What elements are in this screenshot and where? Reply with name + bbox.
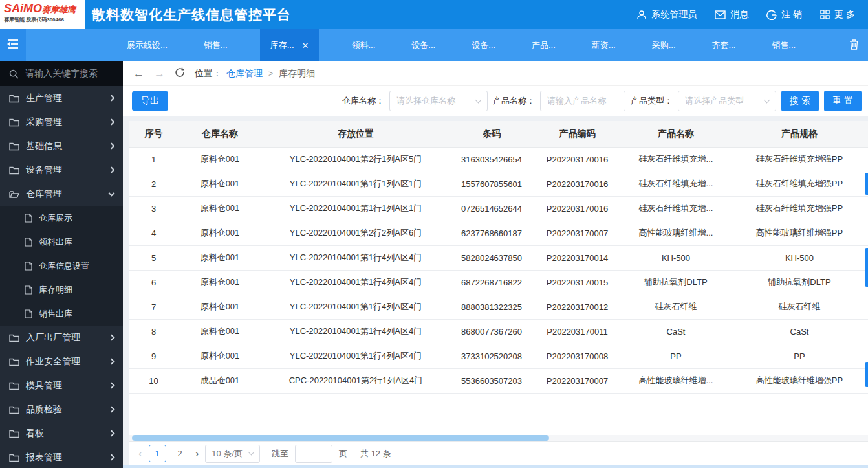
sidebar-subitem[interactable]: 仓库信息设置 [0,254,123,278]
table-cell: 9 [129,344,178,368]
table-cell: YLC-20220104001第1行4列A区4门 [262,295,450,319]
column-header: 仓库名称 [178,121,262,147]
filter-select[interactable]: 请选择仓库名称 [389,91,488,111]
top-header: SAiMO赛摩雄鹰 赛摩智能 股票代码300466 散料数智化生产线信息管控平台… [0,0,868,29]
tab-label: 领料... [351,39,375,51]
jump-page-input[interactable] [295,445,332,463]
horizontal-scrollbar[interactable] [129,435,868,441]
chevron-right-icon [109,143,115,150]
sidebar-item[interactable]: 看板 [0,421,123,445]
more-button[interactable]: 更 多 [820,9,855,21]
cutoff-action-button[interactable] [865,248,868,287]
table-row[interactable]: 1原料仓001YLC-20220104001第2行1列A区5门316303542… [129,147,868,172]
filter-toolbar: 导出 仓库名称：请选择仓库名称产品名称：请输入产品名称产品类型：请选择产品类型 … [123,86,868,116]
table-row[interactable]: 5原料仓001YLC-20220104001第1行4列A区4门582802463… [129,245,868,270]
folder-icon [9,333,19,342]
table-cell: 辅助抗氧剂DLTP [621,270,731,295]
forward-button[interactable]: → [154,68,165,79]
sidebar-item[interactable]: 报表管理 [0,445,123,468]
sidebar-subitem[interactable]: 销售出库 [0,302,123,326]
open-tabs: 展示线设...销售...库存...✕领料...设备...设备...产品...薪资… [26,29,799,61]
table-cell: YLC-20220104001第1行1列A区1门 [262,196,450,221]
page-size-select[interactable]: 10 条/页 [205,445,260,463]
table-cell: 5 [129,245,178,270]
sidebar-subitem[interactable]: 仓库展示 [0,206,123,230]
sidebar-item[interactable]: 入厂出厂管理 [0,326,123,350]
page-number[interactable]: 2 [171,445,189,462]
sidebar-collapse-button[interactable] [0,29,26,61]
sidebar-item[interactable]: 仓库管理 [0,182,123,206]
close-all-tabs-button[interactable] [849,29,868,61]
table-row[interactable]: 3原料仓001YLC-20220104001第1行1列A区1门072651465… [129,196,868,221]
folder-icon [9,142,19,151]
sidebar-item[interactable]: 基础信息 [0,134,123,158]
tab-item[interactable]: 齐套... [708,29,740,61]
filter-select[interactable]: 请选择产品类型 [678,91,776,111]
tab-item[interactable]: 销售... [200,29,232,61]
tab-item[interactable]: 薪资... [588,29,620,61]
sidebar-subitem[interactable]: 领料出库 [0,230,123,254]
chevron-right-icon [109,95,115,102]
search-button[interactable]: 搜 索 [781,91,819,111]
tab-active[interactable]: 库存...✕ [260,29,320,61]
messages-button[interactable]: 消息 [715,9,748,21]
tab-item[interactable]: 展示线设... [123,29,171,61]
sidebar-item[interactable]: 生产管理 [0,86,123,110]
sidebar-item[interactable]: 品质检验 [0,397,123,421]
table-cell: 原料仓001 [178,172,262,196]
cutoff-action-button[interactable] [865,173,868,195]
tab-label: 设备... [411,39,435,51]
reset-button[interactable]: 重 置 [824,91,862,111]
user-icon [636,10,647,20]
tab-item[interactable]: 销售... [768,29,799,61]
tab-item[interactable]: 领料... [347,29,379,61]
table-row[interactable]: 2原料仓001YLC-20220104001第1行1列A区1门155760785… [129,172,868,196]
table-row[interactable]: 10成品仓001CPC-20220104001第2行1列A区4门55366035… [129,368,868,393]
back-button[interactable]: ← [133,68,144,79]
horizontal-scrollbar-thumb[interactable] [132,435,549,441]
tab-item[interactable]: 采购... [648,29,680,61]
tab-item[interactable]: 产品... [528,29,559,61]
filter-placeholder: 请选择仓库名称 [396,95,455,107]
table-cell: P202203170016 [534,147,621,172]
sidebar-subitem[interactable]: 库存明细 [0,278,123,302]
table-cell: PP [731,344,868,368]
table-cell: YLC-20220104001第2行1列A区5门 [262,147,450,172]
table-cell: 硅灰石纤维填充增... [621,147,731,172]
folder-icon [9,429,19,438]
prev-page-button[interactable]: ‹ [138,448,142,459]
table-cell: 8 [129,319,178,344]
table-row[interactable]: 9原料仓001YLC-20220104001第1行4列A区4门373310252… [129,344,868,368]
next-page-button[interactable]: › [195,448,199,459]
table-cell: 8680077367260 [450,319,534,344]
filter-input[interactable]: 请输入产品名称 [540,91,625,111]
breadcrumb-bar: ← → 位置： 仓库管理 > 库存明细 [123,61,868,86]
folder-icon [9,118,19,127]
column-header: 存放位置 [262,121,450,147]
trash-icon [849,39,859,52]
logout-button[interactable]: 注 销 [766,9,802,21]
cutoff-action-button[interactable] [865,362,868,387]
tab-item[interactable]: 设备... [468,29,499,61]
chevron-down-icon [764,96,770,103]
table-cell: YLC-20220104001第2行2列A区6门 [262,221,450,245]
user-menu[interactable]: 系统管理员 [636,9,697,21]
tab-item[interactable]: 设备... [407,29,439,61]
main-content: ← → 位置： 仓库管理 > 库存明细 导出 仓库名称：请选择仓库名称产品名称：… [123,61,868,468]
sidebar-item[interactable]: 作业安全管理 [0,350,123,373]
sidebar-item[interactable]: 设备管理 [0,158,123,182]
export-button[interactable]: 导出 [132,91,168,111]
sidebar-search-input[interactable]: 请输入关键字搜索 [0,61,123,86]
table-row[interactable]: 8原料仓001YLC-20220104001第1行4列A区4门868007736… [129,319,868,344]
page-number-current[interactable]: 1 [149,445,166,462]
sidebar-item[interactable]: 模具管理 [0,373,123,397]
table-row[interactable]: 7原料仓001YLC-20220104001第1行4列A区4门888038132… [129,295,868,319]
sidebar-item[interactable]: 采购管理 [0,110,123,134]
table-row[interactable]: 6原料仓001YLC-20220104001第1行4列A区4门687226871… [129,270,868,295]
table-cell: YLC-20220104001第1行4列A区4门 [262,270,450,295]
tab-close-icon[interactable]: ✕ [302,41,309,50]
refresh-button[interactable] [175,67,185,80]
table-row[interactable]: 4原料仓001YLC-20220104001第2行2列A区6门623776866… [129,221,868,245]
breadcrumb-parent-link[interactable]: 仓库管理 [226,68,263,80]
sidebar-item-label: 基础信息 [26,140,62,152]
